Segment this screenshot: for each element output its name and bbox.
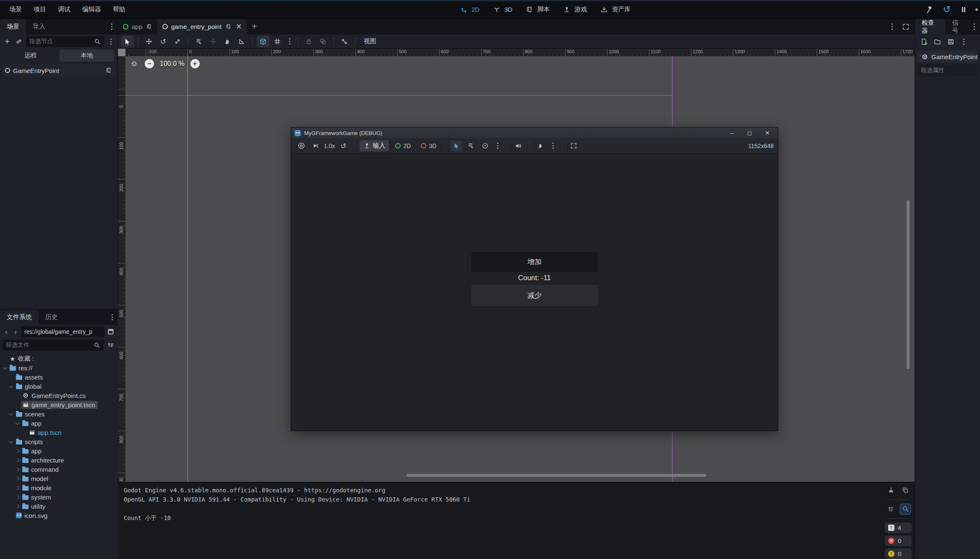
- close-icon[interactable]: ✕: [760, 130, 774, 136]
- expander-icon[interactable]: [16, 476, 20, 481]
- tab-filesystem[interactable]: 文件系统: [0, 309, 39, 325]
- copy-output-icon[interactable]: [900, 485, 911, 496]
- list-select-tool[interactable]: [193, 36, 205, 47]
- menu-editor[interactable]: 编辑器: [77, 3, 106, 16]
- vertical-scrollbar[interactable]: [907, 200, 910, 369]
- sort-files-icon[interactable]: [106, 341, 115, 350]
- minimize-icon[interactable]: –: [725, 130, 739, 136]
- tab-inspector[interactable]: 检查器: [915, 19, 945, 34]
- game-window-titlebar[interactable]: MyGFrameworkGame (DEBUG) – ◻ ✕: [291, 127, 778, 138]
- expander-icon[interactable]: [9, 384, 13, 388]
- lock-node-toggle[interactable]: [302, 36, 315, 47]
- filter-nodes-input[interactable]: 筛选节点: [26, 36, 104, 47]
- file-tree-item[interactable]: ★收藏 :: [0, 354, 118, 363]
- workspace-script[interactable]: 脚本: [521, 3, 554, 16]
- tab-import[interactable]: 导入: [26, 19, 52, 34]
- scene-node-row[interactable]: GameEntryPoint: [3, 65, 115, 76]
- new-resource-icon[interactable]: [919, 37, 928, 46]
- output-log[interactable]: Godot Engine v4.6.stable.mono.official.8…: [124, 486, 881, 557]
- move-tool[interactable]: [143, 36, 155, 47]
- file-tree-item[interactable]: scripts: [0, 437, 118, 446]
- smart-snap-toggle[interactable]: [257, 36, 269, 47]
- close-tab-icon[interactable]: ✕: [236, 22, 242, 31]
- group-node-toggle[interactable]: [317, 36, 329, 47]
- zoom-in-icon[interactable]: +: [190, 59, 200, 68]
- local-button[interactable]: 本地: [60, 49, 114, 62]
- game-window[interactable]: MyGFrameworkGame (DEBUG) – ◻ ✕ 1.0x ↺: [291, 127, 778, 431]
- menu-scene[interactable]: 场景: [4, 3, 27, 16]
- scene-tree-menu-icon[interactable]: [107, 37, 115, 46]
- file-tree-item[interactable]: app: [0, 419, 118, 428]
- maximize-icon[interactable]: ◻: [743, 130, 757, 136]
- workspace-assetlib[interactable]: 资产库: [595, 3, 635, 16]
- file-tree-item[interactable]: architecture: [0, 455, 118, 465]
- expander-icon[interactable]: [16, 486, 20, 490]
- select-mode-icon[interactable]: [451, 140, 462, 151]
- save-resource-icon[interactable]: [946, 37, 955, 46]
- file-tree-item[interactable]: res://: [0, 363, 118, 372]
- scale-tool[interactable]: [171, 36, 184, 47]
- skeleton-options-icon[interactable]: [338, 36, 351, 47]
- file-tree-item[interactable]: assets: [0, 372, 118, 382]
- load-resource-icon[interactable]: [933, 37, 942, 46]
- file-tree-item[interactable]: global: [0, 382, 118, 391]
- collapse-duplicates-icon[interactable]: [886, 504, 897, 515]
- split-view-icon[interactable]: [106, 327, 115, 336]
- mode-2d-button[interactable]: 2D: [391, 141, 414, 151]
- pause-game-icon[interactable]: [958, 4, 969, 15]
- input-mode-button[interactable]: 输入: [360, 140, 389, 151]
- select-tool[interactable]: [121, 36, 134, 47]
- rotate-tool[interactable]: ↺: [157, 36, 169, 47]
- file-tree-item[interactable]: system: [0, 492, 118, 502]
- errors-badge[interactable]: ✕ 0: [885, 536, 912, 546]
- center-view-icon[interactable]: [130, 59, 139, 68]
- expander-icon[interactable]: [3, 365, 7, 369]
- workspace-2d[interactable]: 2D: [455, 3, 484, 16]
- resource-menu-icon[interactable]: [959, 37, 968, 46]
- add-node-icon[interactable]: +: [3, 37, 12, 46]
- audio-mute-icon[interactable]: [512, 140, 524, 151]
- filter-properties-input[interactable]: 筛选属性: [917, 65, 977, 76]
- inspector-dock-menu-icon[interactable]: [970, 22, 978, 31]
- build-hammer-icon[interactable]: [925, 4, 936, 15]
- select-options-icon[interactable]: [493, 141, 502, 151]
- file-tree-item[interactable]: command: [0, 465, 118, 474]
- fullscreen-icon[interactable]: [568, 140, 579, 151]
- expander-icon[interactable]: [16, 495, 20, 499]
- scene-tab-app[interactable]: app: [118, 19, 157, 34]
- expander-icon[interactable]: [16, 449, 20, 453]
- speed-label[interactable]: 1.0x: [324, 143, 335, 149]
- file-tree-item[interactable]: GameEntryPoint.cs: [0, 391, 118, 400]
- scene-dock-menu-icon[interactable]: [107, 22, 116, 31]
- expander-icon[interactable]: [16, 421, 20, 425]
- zoom-out-icon[interactable]: −: [145, 59, 154, 68]
- next-frame-icon[interactable]: [310, 140, 321, 151]
- menu-project[interactable]: 项目: [29, 3, 51, 16]
- file-tree-item[interactable]: scenes: [0, 409, 118, 419]
- file-tree-item[interactable]: app.tscn: [0, 428, 118, 437]
- current-path[interactable]: res://global/game_entry_p: [21, 326, 104, 337]
- expander-icon[interactable]: [16, 504, 20, 508]
- filesystem-menu-icon[interactable]: [108, 313, 116, 322]
- file-tree-item[interactable]: model: [0, 474, 118, 483]
- snap-options-icon[interactable]: [285, 37, 294, 46]
- filter-files-input[interactable]: 筛选文件: [3, 340, 104, 351]
- expander-icon[interactable]: [16, 467, 20, 471]
- search-output-icon[interactable]: [900, 504, 911, 515]
- tab-history[interactable]: 历史: [39, 309, 65, 325]
- stop-game-icon[interactable]: [975, 4, 978, 15]
- file-tree-item[interactable]: utility: [0, 502, 118, 511]
- snap-pivot-tool[interactable]: [207, 36, 219, 47]
- menu-debug[interactable]: 调试: [53, 3, 76, 16]
- file-tree-item[interactable]: icon.svg: [0, 511, 118, 520]
- tab-signals[interactable]: 信号: [945, 19, 970, 34]
- 2d-canvas[interactable]: − 100.0 % + MyGFrameworkGame (DEBUG) – ◻…: [125, 56, 915, 482]
- view-menu[interactable]: 视图: [360, 36, 381, 47]
- scene-tab-game-entry-point[interactable]: game_entry_point ✕: [157, 19, 247, 34]
- scene-tabs-menu-icon[interactable]: [888, 22, 896, 31]
- suspend-icon[interactable]: [295, 140, 307, 151]
- expander-icon[interactable]: [16, 458, 20, 462]
- instance-scene-icon[interactable]: [14, 37, 23, 46]
- restart-game-icon[interactable]: ↺: [941, 4, 952, 15]
- expander-icon[interactable]: [9, 439, 13, 443]
